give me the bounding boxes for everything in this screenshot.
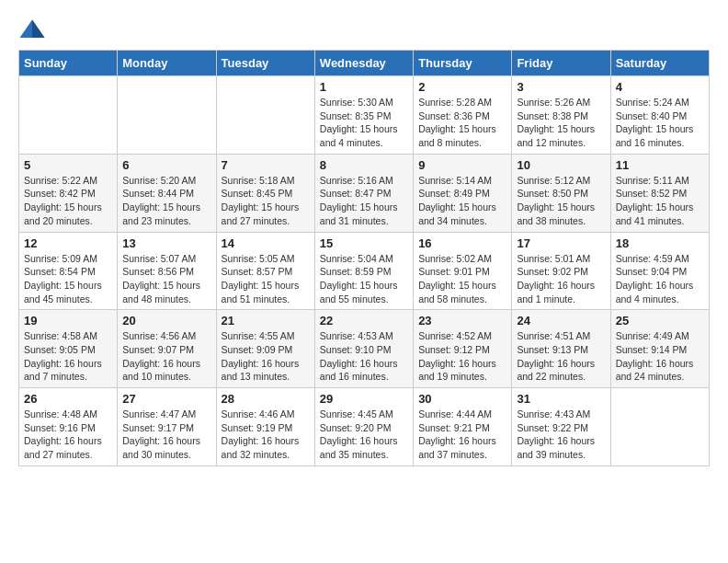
- day-info: Sunrise: 5:16 AM Sunset: 8:47 PM Dayligh…: [320, 174, 408, 228]
- calendar-day-cell: 16Sunrise: 5:02 AM Sunset: 9:01 PM Dayli…: [414, 232, 512, 310]
- calendar-day-cell: 2Sunrise: 5:28 AM Sunset: 8:36 PM Daylig…: [414, 76, 512, 155]
- calendar-day-cell: 25Sunrise: 4:49 AM Sunset: 9:14 PM Dayli…: [610, 310, 709, 388]
- day-info: Sunrise: 5:24 AM Sunset: 8:40 PM Dayligh…: [616, 96, 704, 150]
- day-of-week-header: Sunday: [19, 51, 118, 76]
- calendar-day-cell: 11Sunrise: 5:11 AM Sunset: 8:52 PM Dayli…: [610, 154, 709, 232]
- day-info: Sunrise: 5:20 AM Sunset: 8:44 PM Dayligh…: [122, 174, 210, 228]
- day-info: Sunrise: 4:55 AM Sunset: 9:09 PM Dayligh…: [222, 329, 310, 384]
- day-number: 8: [320, 158, 408, 172]
- calendar-day-cell: 21Sunrise: 4:55 AM Sunset: 9:09 PM Dayli…: [216, 310, 314, 388]
- day-info: Sunrise: 4:59 AM Sunset: 9:04 PM Dayligh…: [616, 252, 704, 306]
- calendar-week-row: 1Sunrise: 5:30 AM Sunset: 8:35 PM Daylig…: [19, 76, 710, 155]
- calendar-day-cell: 5Sunrise: 5:22 AM Sunset: 8:42 PM Daylig…: [19, 154, 118, 232]
- calendar-day-cell: 15Sunrise: 5:04 AM Sunset: 8:59 PM Dayli…: [314, 232, 413, 310]
- calendar-day-cell: 4Sunrise: 5:24 AM Sunset: 8:40 PM Daylig…: [610, 76, 709, 155]
- day-of-week-header: Thursday: [414, 51, 512, 76]
- calendar-day-cell: 31Sunrise: 4:43 AM Sunset: 9:22 PM Dayli…: [512, 388, 610, 466]
- calendar-week-row: 12Sunrise: 5:09 AM Sunset: 8:54 PM Dayli…: [19, 232, 710, 310]
- day-number: 6: [122, 158, 210, 172]
- day-info: Sunrise: 5:18 AM Sunset: 8:45 PM Dayligh…: [222, 174, 310, 228]
- day-number: 10: [517, 158, 605, 172]
- day-number: 28: [222, 392, 310, 406]
- day-info: Sunrise: 4:52 AM Sunset: 9:12 PM Dayligh…: [418, 329, 506, 384]
- calendar-week-row: 26Sunrise: 4:48 AM Sunset: 9:16 PM Dayli…: [19, 388, 710, 466]
- day-info: Sunrise: 5:01 AM Sunset: 9:02 PM Dayligh…: [517, 252, 605, 306]
- day-number: 18: [616, 236, 704, 250]
- day-info: Sunrise: 4:43 AM Sunset: 9:22 PM Dayligh…: [517, 408, 605, 462]
- logo: [18, 18, 50, 40]
- calendar-header-row: SundayMondayTuesdayWednesdayThursdayFrid…: [19, 51, 710, 76]
- day-number: 13: [122, 236, 210, 250]
- svg-marker-1: [32, 20, 45, 39]
- calendar-day-cell: 24Sunrise: 4:51 AM Sunset: 9:13 PM Dayli…: [512, 310, 610, 388]
- day-number: 15: [320, 236, 408, 250]
- calendar-day-cell: [19, 76, 118, 155]
- calendar-day-cell: 6Sunrise: 5:20 AM Sunset: 8:44 PM Daylig…: [118, 154, 216, 232]
- calendar-day-cell: 8Sunrise: 5:16 AM Sunset: 8:47 PM Daylig…: [314, 154, 413, 232]
- calendar-week-row: 19Sunrise: 4:58 AM Sunset: 9:05 PM Dayli…: [19, 310, 710, 388]
- day-number: 3: [517, 80, 605, 94]
- calendar-day-cell: 26Sunrise: 4:48 AM Sunset: 9:16 PM Dayli…: [19, 388, 118, 466]
- calendar-day-cell: 13Sunrise: 5:07 AM Sunset: 8:56 PM Dayli…: [118, 232, 216, 310]
- day-info: Sunrise: 5:22 AM Sunset: 8:42 PM Dayligh…: [24, 174, 112, 228]
- day-number: 27: [122, 392, 210, 406]
- day-number: 7: [222, 158, 310, 172]
- day-number: 14: [222, 236, 310, 250]
- page-header: [18, 18, 710, 40]
- day-number: 4: [616, 80, 704, 94]
- calendar-day-cell: 1Sunrise: 5:30 AM Sunset: 8:35 PM Daylig…: [314, 76, 413, 155]
- day-number: 12: [24, 236, 112, 250]
- day-info: Sunrise: 4:49 AM Sunset: 9:14 PM Dayligh…: [616, 329, 704, 384]
- day-info: Sunrise: 4:48 AM Sunset: 9:16 PM Dayligh…: [24, 408, 112, 462]
- calendar-day-cell: 17Sunrise: 5:01 AM Sunset: 9:02 PM Dayli…: [512, 232, 610, 310]
- calendar-day-cell: [118, 76, 216, 155]
- calendar-day-cell: [216, 76, 314, 155]
- day-number: 31: [517, 392, 605, 406]
- calendar-table: SundayMondayTuesdayWednesdayThursdayFrid…: [18, 50, 710, 466]
- calendar-day-cell: 28Sunrise: 4:46 AM Sunset: 9:19 PM Dayli…: [216, 388, 314, 466]
- calendar-day-cell: 20Sunrise: 4:56 AM Sunset: 9:07 PM Dayli…: [118, 310, 216, 388]
- calendar-day-cell: 29Sunrise: 4:45 AM Sunset: 9:20 PM Dayli…: [314, 388, 413, 466]
- day-number: 9: [418, 158, 506, 172]
- calendar-day-cell: 22Sunrise: 4:53 AM Sunset: 9:10 PM Dayli…: [314, 310, 413, 388]
- day-info: Sunrise: 5:30 AM Sunset: 8:35 PM Dayligh…: [320, 96, 408, 150]
- day-number: 17: [517, 236, 605, 250]
- day-info: Sunrise: 4:51 AM Sunset: 9:13 PM Dayligh…: [517, 329, 605, 384]
- day-number: 26: [24, 392, 112, 406]
- calendar-day-cell: 3Sunrise: 5:26 AM Sunset: 8:38 PM Daylig…: [512, 76, 610, 155]
- day-number: 19: [24, 314, 112, 327]
- logo-icon: [18, 18, 46, 40]
- calendar-day-cell: 30Sunrise: 4:44 AM Sunset: 9:21 PM Dayli…: [414, 388, 512, 466]
- day-number: 23: [418, 314, 506, 327]
- day-info: Sunrise: 5:28 AM Sunset: 8:36 PM Dayligh…: [418, 96, 506, 150]
- day-number: 30: [418, 392, 506, 406]
- day-info: Sunrise: 5:05 AM Sunset: 8:57 PM Dayligh…: [222, 252, 310, 306]
- calendar-day-cell: 10Sunrise: 5:12 AM Sunset: 8:50 PM Dayli…: [512, 154, 610, 232]
- day-info: Sunrise: 4:45 AM Sunset: 9:20 PM Dayligh…: [320, 408, 408, 462]
- day-info: Sunrise: 5:11 AM Sunset: 8:52 PM Dayligh…: [616, 174, 704, 228]
- day-number: 11: [616, 158, 704, 172]
- day-info: Sunrise: 5:12 AM Sunset: 8:50 PM Dayligh…: [517, 174, 605, 228]
- calendar-day-cell: 9Sunrise: 5:14 AM Sunset: 8:49 PM Daylig…: [414, 154, 512, 232]
- day-of-week-header: Wednesday: [314, 51, 413, 76]
- day-number: 29: [320, 392, 408, 406]
- day-info: Sunrise: 4:56 AM Sunset: 9:07 PM Dayligh…: [122, 329, 210, 384]
- day-number: 5: [24, 158, 112, 172]
- calendar-day-cell: 7Sunrise: 5:18 AM Sunset: 8:45 PM Daylig…: [216, 154, 314, 232]
- calendar-day-cell: 12Sunrise: 5:09 AM Sunset: 8:54 PM Dayli…: [19, 232, 118, 310]
- day-number: 20: [122, 314, 210, 327]
- calendar-day-cell: [610, 388, 709, 466]
- day-info: Sunrise: 4:47 AM Sunset: 9:17 PM Dayligh…: [122, 408, 210, 462]
- day-info: Sunrise: 4:58 AM Sunset: 9:05 PM Dayligh…: [24, 329, 112, 384]
- day-info: Sunrise: 4:53 AM Sunset: 9:10 PM Dayligh…: [320, 329, 408, 384]
- day-number: 21: [222, 314, 310, 327]
- calendar-day-cell: 14Sunrise: 5:05 AM Sunset: 8:57 PM Dayli…: [216, 232, 314, 310]
- day-number: 2: [418, 80, 506, 94]
- day-info: Sunrise: 5:04 AM Sunset: 8:59 PM Dayligh…: [320, 252, 408, 306]
- day-of-week-header: Friday: [512, 51, 610, 76]
- day-number: 22: [320, 314, 408, 327]
- day-info: Sunrise: 5:26 AM Sunset: 8:38 PM Dayligh…: [517, 96, 605, 150]
- calendar-day-cell: 18Sunrise: 4:59 AM Sunset: 9:04 PM Dayli…: [610, 232, 709, 310]
- day-info: Sunrise: 5:02 AM Sunset: 9:01 PM Dayligh…: [418, 252, 506, 306]
- day-info: Sunrise: 5:09 AM Sunset: 8:54 PM Dayligh…: [24, 252, 112, 306]
